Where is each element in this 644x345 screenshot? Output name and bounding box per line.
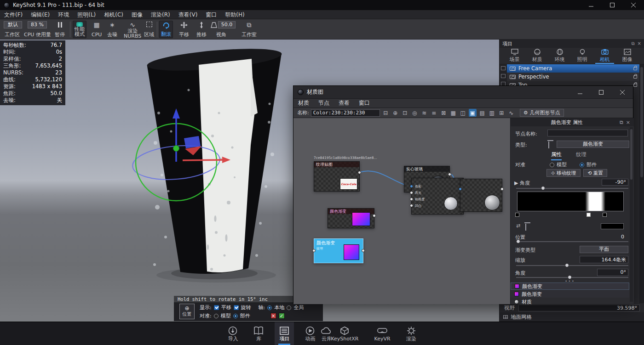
gradient-list-item-1[interactable]: 颜色渐变	[511, 283, 629, 290]
ground-grid-row[interactable]: 地面网格	[500, 312, 644, 322]
mg-minimize-button[interactable]	[569, 87, 591, 97]
taskbar-keyvr[interactable]: KeyVR	[370, 322, 395, 345]
axis-local-radio[interactable]	[267, 305, 272, 310]
tumble-tool-button[interactable]: 翻滚	[159, 21, 173, 38]
duplicate-icon[interactable]: ◫	[459, 109, 467, 117]
axis-global-radio[interactable]	[287, 305, 291, 310]
menu-file[interactable]: 文件(F)	[0, 10, 27, 19]
gradient-type-dropdown[interactable]: 平面	[580, 246, 628, 253]
locate-icon[interactable]: ◎	[411, 109, 419, 117]
fov-value-field[interactable]: 39.598°	[518, 305, 640, 311]
material-thumbnail[interactable]	[444, 197, 458, 210]
glass-output-pin[interactable]	[448, 173, 451, 176]
gradient-editor[interactable]	[517, 192, 624, 211]
minimize-button[interactable]	[581, 0, 602, 10]
texture-nodes-icon[interactable]: ▤	[478, 109, 486, 117]
camera-settings-icon[interactable]	[501, 74, 506, 78]
align-model-radio[interactable]	[550, 163, 554, 167]
taskbar-project[interactable]: 项目	[275, 322, 294, 345]
render-nurbs-button[interactable]: ∿ 渲染NURBS	[122, 21, 143, 38]
scale-slider-handle[interactable]	[565, 263, 569, 267]
save-icon[interactable]: ⊟	[382, 109, 390, 117]
pan-tool-button[interactable]: 平移	[178, 21, 190, 38]
texture-output-pin[interactable]	[358, 171, 361, 174]
zoom-fit-icon[interactable]: ⊡	[401, 109, 409, 117]
delete-type-icon[interactable]	[548, 141, 549, 148]
performance-mode-button[interactable]: 性能模式	[73, 21, 86, 38]
angle-value-box[interactable]: -90°	[602, 179, 628, 186]
material-list-item[interactable]: 材质	[511, 298, 629, 304]
geometry-node-button[interactable]: ⚙ 几何图形节点	[520, 109, 564, 117]
pan-checkbox[interactable]	[214, 305, 219, 310]
align-model-radio[interactable]	[214, 314, 218, 318]
stop-color-swatch[interactable]	[601, 223, 624, 229]
taskbar-keyshotxr[interactable]: KeyShotXR	[326, 322, 363, 345]
taskbar-animation[interactable]: 动画	[300, 322, 320, 345]
lock-icon[interactable]	[633, 75, 637, 79]
material-nodes-icon[interactable]: ▥	[488, 109, 496, 117]
menu-environment[interactable]: 环境	[54, 10, 73, 19]
menu-render[interactable]: 渲染(R)	[147, 10, 174, 19]
gradient2-input-pin[interactable]	[312, 249, 316, 252]
move-texture-button[interactable]: ⊹移动纹理	[546, 169, 581, 177]
gradient2-output-pin[interactable]	[362, 249, 365, 252]
undock-icon[interactable]: ⧉	[620, 119, 623, 125]
gradient1-output-pin[interactable]	[373, 214, 376, 217]
input-pin-color[interactable]	[410, 185, 413, 188]
node-canvas[interactable]: 7ce84195c1a8b98co338ae8b5ae8... 纹理贴图 Coc…	[293, 118, 510, 304]
input-pin-roughness[interactable]	[410, 198, 413, 201]
position-slider[interactable]	[516, 241, 628, 242]
split-icon[interactable]: ⊞	[498, 109, 506, 117]
project-panel-header[interactable]: 项目 ⧉ ×	[500, 40, 644, 48]
flip-gradient-icon[interactable]: ⇄	[516, 223, 520, 229]
align-part-radio[interactable]	[580, 163, 584, 167]
texture-map-node[interactable]: 纹理贴图 Coca-Cola	[314, 161, 360, 192]
panel-close-icon[interactable]: ×	[638, 41, 641, 46]
taskbar-render[interactable]: 渲染	[402, 322, 421, 345]
gradient-list-item-2[interactable]: 颜色渐变	[511, 290, 629, 298]
cpu-percent-dropdown[interactable]: 83 %	[28, 21, 47, 28]
panel-close-icon[interactable]: ×	[626, 119, 630, 125]
dolly-tool-button[interactable]: 推移	[195, 21, 208, 38]
tab-lighting[interactable]: 照明	[571, 48, 593, 64]
delete-icon[interactable]: ▦	[449, 109, 457, 117]
align-horizontal-icon[interactable]: ≋	[420, 109, 428, 117]
tab-properties[interactable]: 属性	[551, 151, 562, 160]
undock-icon[interactable]: ⧉	[631, 41, 634, 46]
menu-camera[interactable]: 相机(C)	[100, 10, 127, 19]
angle-slider[interactable]	[516, 188, 628, 189]
studio-button[interactable]: ⧉ 工作室	[240, 21, 258, 38]
scale-value-box[interactable]: 164.4毫米	[580, 256, 628, 263]
angle2-value-box[interactable]: 0°	[597, 269, 628, 276]
taskbar-library[interactable]: 库	[249, 322, 268, 345]
lock-icon[interactable]: ⊠	[440, 109, 448, 117]
maximize-button[interactable]	[602, 0, 623, 10]
material-name-input[interactable]	[311, 109, 380, 117]
tab-camera[interactable]: 相机	[593, 48, 616, 64]
angle-slider-handle[interactable]	[541, 186, 545, 190]
close-button[interactable]	[623, 0, 644, 10]
denoise-button[interactable]: ∗ 去噪	[106, 21, 119, 38]
cpu-mode-button[interactable]: ▦ CPU	[90, 21, 103, 38]
tab-texture[interactable]: 纹理	[576, 151, 586, 159]
link-icon[interactable]: ∿	[507, 109, 515, 117]
gradient-thumbnail[interactable]	[344, 244, 359, 260]
tab-material[interactable]: 材质	[526, 48, 548, 64]
taskbar-import[interactable]: 导入	[223, 322, 242, 345]
delete-stop-icon[interactable]	[525, 224, 526, 230]
show-preview-icon[interactable]: ▣	[469, 109, 477, 117]
mg-menu-window[interactable]: 窗口	[354, 99, 374, 107]
material-input-node[interactable]: 色彩 高光 粗糙度 凹凸	[411, 178, 464, 215]
pause-button[interactable]: 暂停	[53, 21, 66, 38]
menu-image[interactable]: 图像	[127, 10, 147, 19]
align-vertical-icon[interactable]: ≡	[430, 109, 438, 117]
cancel-swatch-button[interactable]: ×	[270, 313, 276, 319]
input-pin-bump[interactable]	[410, 204, 413, 207]
mg-close-button[interactable]	[612, 87, 633, 97]
tab-image[interactable]: 图像	[616, 48, 638, 64]
properties-scrollbar-thumb[interactable]	[630, 129, 632, 180]
node-name-input[interactable]	[547, 130, 628, 136]
mg-menu-node[interactable]: 节点	[314, 99, 334, 107]
position-slider-handle[interactable]	[516, 239, 520, 243]
reset-button[interactable]: ⟲重置	[583, 169, 607, 177]
